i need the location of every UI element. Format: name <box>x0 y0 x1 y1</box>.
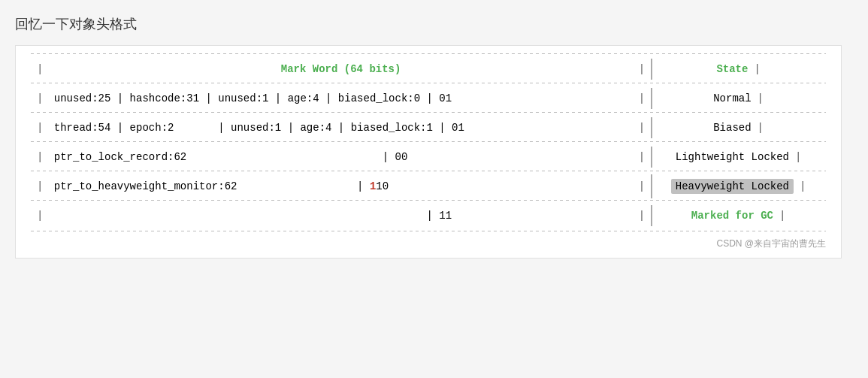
markword-header-label: Mark Word (64 bits) <box>44 63 637 75</box>
gc-state-cell: Marked for GC | <box>651 205 826 226</box>
gc-row: | | 11 | Marked for GC | <box>31 202 826 229</box>
pipe: | <box>37 63 43 75</box>
divider-5 <box>31 200 826 201</box>
header-row: | Mark Word (64 bits) | State | <box>31 56 826 83</box>
heavyweight-markword-cell: | ptr_to_heavyweight_monitor:62 | 110 | <box>31 176 651 197</box>
divider-2 <box>31 112 826 113</box>
normal-state-cell: Normal | <box>651 88 826 109</box>
lightweight-row: | ptr_to_lock_record:62 | 00 | Lightweig… <box>31 144 826 171</box>
page-title: 回忆一下对象头格式 <box>15 15 853 33</box>
pipe: | <box>639 151 645 163</box>
pipe: | <box>639 92 645 104</box>
pipe: | <box>800 180 806 192</box>
divider-4 <box>31 171 826 171</box>
biased-row: | thread:54 | epoch:2 | unused:1 | age:4… <box>31 114 826 141</box>
pipe: | <box>779 210 785 222</box>
pipe: | <box>37 122 43 134</box>
lightweight-state-label: Lightweight Locked <box>676 151 789 163</box>
pipe: | <box>639 180 645 192</box>
divider-bottom <box>31 231 826 231</box>
lightweight-content: ptr_to_lock_record:62 | 00 <box>44 151 637 163</box>
pipe: | <box>639 63 645 75</box>
lightweight-state-cell: Lightweight Locked | <box>651 147 826 168</box>
normal-state-label: Normal <box>713 92 751 104</box>
credit-text: CSDN @来自宇宙的曹先生 <box>31 237 826 250</box>
divider-1 <box>31 83 826 83</box>
lightweight-markword-cell: | ptr_to_lock_record:62 | 00 | <box>31 147 651 168</box>
pipe: | <box>37 92 43 104</box>
heavyweight-state-cell: Heavyweight Locked | <box>651 174 826 198</box>
gc-state-label: Marked for GC <box>691 210 773 222</box>
gc-content: | 11 <box>44 210 637 222</box>
pipe: | <box>795 151 801 163</box>
pipe: | <box>37 151 43 163</box>
pipe: | <box>37 210 43 222</box>
pipe: | <box>639 122 645 134</box>
heavyweight-row: | ptr_to_heavyweight_monitor:62 | 110 | … <box>31 173 826 200</box>
heavyweight-content: ptr_to_heavyweight_monitor:62 | 110 <box>44 180 637 192</box>
normal-content: unused:25 | hashcode:31 | unused:1 | age… <box>44 92 637 104</box>
biased-markword-cell: | thread:54 | epoch:2 | unused:1 | age:4… <box>31 117 651 138</box>
pipe: | <box>758 122 764 134</box>
divider-top <box>31 53 826 54</box>
normal-markword-cell: | unused:25 | hashcode:31 | unused:1 | a… <box>31 88 651 109</box>
pipe: | <box>37 180 43 192</box>
pipe: | <box>754 63 760 75</box>
biased-state-label: Biased <box>713 122 751 134</box>
pipe: | <box>639 210 645 222</box>
biased-content: thread:54 | epoch:2 | unused:1 | age:4 |… <box>44 122 637 134</box>
biased-state-cell: Biased | <box>651 117 826 138</box>
state-header-label: State <box>716 63 748 75</box>
normal-row: | unused:25 | hashcode:31 | unused:1 | a… <box>31 85 826 112</box>
object-header-table: | Mark Word (64 bits) | State | | unused… <box>31 53 826 231</box>
gc-markword-cell: | | 11 | <box>31 205 651 226</box>
pipe: | <box>758 92 764 104</box>
state-header-cell: State | <box>651 59 826 80</box>
markword-header-cell: | Mark Word (64 bits) | <box>31 59 651 80</box>
heavyweight-state-label: Heavyweight Locked <box>671 179 794 194</box>
divider-3 <box>31 141 826 142</box>
table-container: | Mark Word (64 bits) | State | | unused… <box>15 45 842 259</box>
